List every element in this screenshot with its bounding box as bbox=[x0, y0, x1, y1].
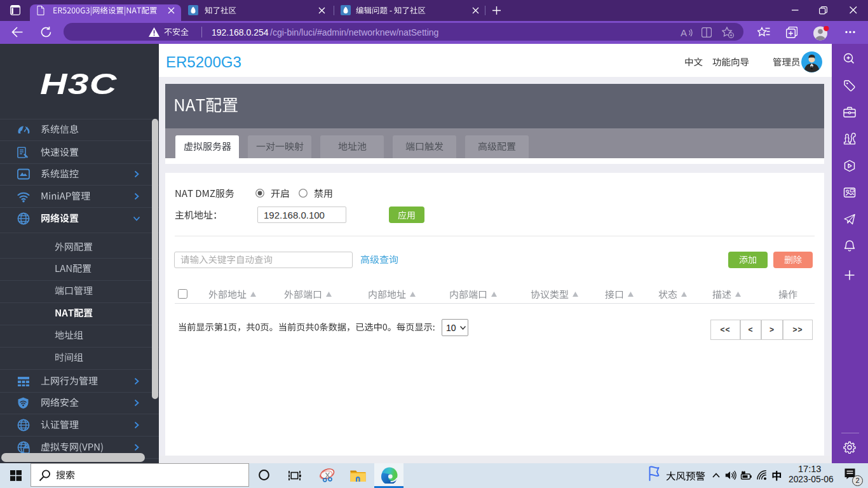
svg-text:A: A bbox=[681, 27, 687, 37]
